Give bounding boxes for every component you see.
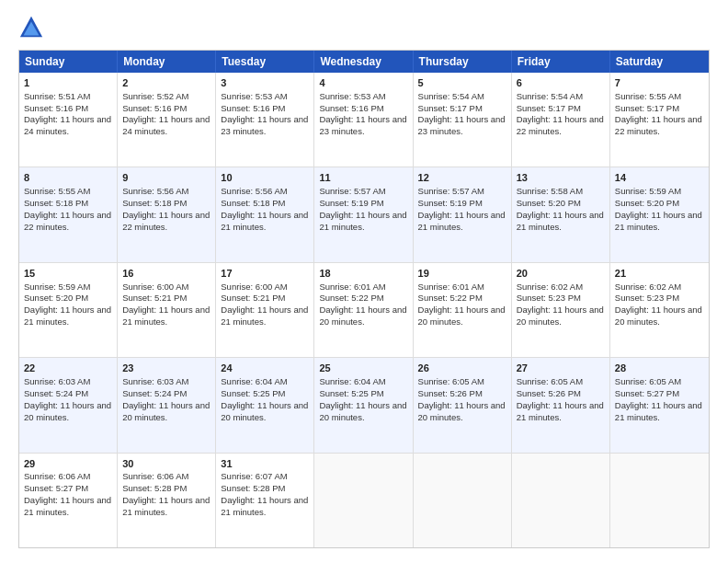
daylight-text: Daylight: 11 hours and 21 minutes.: [221, 304, 308, 327]
sunset-text: Sunset: 5:23 PM: [517, 293, 581, 303]
calendar-cell: 24Sunrise: 6:04 AMSunset: 5:25 PMDayligh…: [216, 358, 314, 452]
calendar-cell: 30Sunrise: 6:06 AMSunset: 5:28 PMDayligh…: [118, 454, 216, 547]
calendar-row: 1Sunrise: 5:51 AMSunset: 5:16 PMDaylight…: [19, 73, 709, 167]
calendar: SundayMondayTuesdayWednesdayThursdayFrid…: [18, 50, 710, 548]
daylight-text: Daylight: 11 hours and 20 minutes.: [24, 400, 111, 422]
calendar-cell: 13Sunrise: 5:58 AMSunset: 5:20 PMDayligh…: [512, 167, 610, 261]
sunrise-text: Sunrise: 6:01 AM: [319, 282, 385, 292]
daylight-text: Daylight: 11 hours and 21 minutes.: [319, 210, 406, 232]
calendar-cell: 22Sunrise: 6:03 AMSunset: 5:24 PMDayligh…: [19, 358, 118, 452]
calendar-row: 22Sunrise: 6:03 AMSunset: 5:24 PMDayligh…: [19, 358, 709, 453]
daylight-text: Daylight: 11 hours and 22 minutes.: [615, 114, 702, 136]
sunset-text: Sunset: 5:22 PM: [418, 293, 483, 303]
day-number: 8: [24, 171, 112, 185]
sunrise-text: Sunrise: 6:00 AM: [221, 282, 287, 292]
calendar-cell: 6Sunrise: 5:54 AMSunset: 5:17 PMDaylight…: [512, 73, 610, 167]
sunrise-text: Sunrise: 6:07 AM: [221, 471, 287, 481]
day-number: 30: [122, 457, 210, 471]
daylight-text: Daylight: 11 hours and 23 minutes.: [418, 114, 506, 136]
sunrise-text: Sunrise: 6:04 AM: [221, 376, 287, 386]
calendar-cell: 2Sunrise: 5:52 AMSunset: 5:16 PMDaylight…: [118, 73, 216, 167]
header: [18, 15, 710, 40]
calendar-cell: 19Sunrise: 6:01 AMSunset: 5:22 PMDayligh…: [414, 263, 512, 357]
calendar-cell: 17Sunrise: 6:00 AMSunset: 5:21 PMDayligh…: [216, 263, 314, 357]
sunrise-text: Sunrise: 5:53 AM: [319, 91, 385, 101]
day-number: 9: [122, 171, 210, 185]
sunrise-text: Sunrise: 5:57 AM: [418, 186, 484, 196]
calendar-cell: 10Sunrise: 5:56 AMSunset: 5:18 PMDayligh…: [216, 167, 314, 261]
calendar-row: 8Sunrise: 5:55 AMSunset: 5:18 PMDaylight…: [19, 167, 709, 262]
daylight-text: Daylight: 11 hours and 21 minutes.: [517, 210, 604, 232]
calendar-body: 1Sunrise: 5:51 AMSunset: 5:16 PMDaylight…: [19, 73, 709, 547]
sunrise-text: Sunrise: 6:03 AM: [122, 376, 188, 386]
day-number: 2: [122, 76, 210, 90]
day-number: 11: [319, 171, 407, 185]
sunset-text: Sunset: 5:27 PM: [615, 388, 679, 398]
day-number: 22: [24, 362, 112, 375]
sunrise-text: Sunrise: 6:00 AM: [122, 282, 188, 292]
day-number: 12: [418, 171, 506, 185]
cal-header-cell: Wednesday: [314, 51, 413, 73]
sunrise-text: Sunrise: 6:05 AM: [418, 376, 484, 386]
sunset-text: Sunset: 5:24 PM: [24, 388, 88, 398]
sunrise-text: Sunrise: 5:59 AM: [24, 282, 90, 292]
daylight-text: Daylight: 11 hours and 21 minutes.: [122, 304, 210, 327]
day-number: 25: [319, 362, 407, 375]
daylight-text: Daylight: 11 hours and 20 minutes.: [319, 400, 406, 422]
daylight-text: Daylight: 11 hours and 23 minutes.: [221, 114, 308, 136]
daylight-text: Daylight: 11 hours and 20 minutes.: [122, 400, 210, 422]
sunrise-text: Sunrise: 6:02 AM: [615, 282, 681, 292]
day-number: 27: [517, 362, 605, 375]
daylight-text: Daylight: 11 hours and 21 minutes.: [24, 304, 111, 327]
day-number: 29: [24, 457, 112, 471]
sunrise-text: Sunrise: 5:54 AM: [517, 91, 583, 101]
calendar-row: 29Sunrise: 6:06 AMSunset: 5:27 PMDayligh…: [19, 454, 709, 547]
sunset-text: Sunset: 5:21 PM: [122, 293, 187, 303]
day-number: 5: [418, 76, 506, 90]
sunrise-text: Sunrise: 5:58 AM: [517, 186, 583, 196]
day-number: 3: [221, 76, 309, 90]
sunrise-text: Sunrise: 6:06 AM: [24, 471, 90, 481]
cal-header-cell: Tuesday: [216, 51, 314, 73]
day-number: 14: [615, 171, 704, 185]
daylight-text: Daylight: 11 hours and 24 minutes.: [24, 114, 111, 136]
calendar-cell: 12Sunrise: 5:57 AMSunset: 5:19 PMDayligh…: [414, 167, 512, 261]
sunrise-text: Sunrise: 6:06 AM: [122, 471, 188, 481]
logo-icon: [18, 15, 44, 40]
sunset-text: Sunset: 5:19 PM: [418, 198, 483, 208]
sunrise-text: Sunrise: 5:56 AM: [122, 186, 188, 196]
cal-header-cell: Saturday: [610, 51, 709, 73]
sunset-text: Sunset: 5:22 PM: [319, 293, 383, 303]
daylight-text: Daylight: 11 hours and 24 minutes.: [122, 114, 210, 136]
cal-header-cell: Monday: [118, 51, 216, 73]
sunset-text: Sunset: 5:28 PM: [122, 483, 187, 493]
day-number: 6: [517, 76, 605, 90]
calendar-header: SundayMondayTuesdayWednesdayThursdayFrid…: [19, 51, 709, 73]
calendar-cell: 15Sunrise: 5:59 AMSunset: 5:20 PMDayligh…: [19, 263, 118, 357]
sunset-text: Sunset: 5:16 PM: [24, 103, 88, 113]
daylight-text: Daylight: 11 hours and 21 minutes.: [615, 400, 702, 422]
daylight-text: Daylight: 11 hours and 20 minutes.: [517, 304, 604, 327]
daylight-text: Daylight: 11 hours and 21 minutes.: [24, 495, 111, 517]
daylight-text: Daylight: 11 hours and 22 minutes.: [122, 210, 210, 232]
calendar-cell: 3Sunrise: 5:53 AMSunset: 5:16 PMDaylight…: [216, 73, 314, 167]
calendar-cell: 23Sunrise: 6:03 AMSunset: 5:24 PMDayligh…: [118, 358, 216, 452]
day-number: 19: [418, 267, 506, 281]
calendar-cell: 31Sunrise: 6:07 AMSunset: 5:28 PMDayligh…: [216, 454, 314, 547]
sunrise-text: Sunrise: 5:53 AM: [221, 91, 287, 101]
calendar-cell: 4Sunrise: 5:53 AMSunset: 5:16 PMDaylight…: [314, 73, 413, 167]
sunrise-text: Sunrise: 5:57 AM: [319, 186, 385, 196]
sunset-text: Sunset: 5:16 PM: [319, 103, 383, 113]
calendar-cell: 7Sunrise: 5:55 AMSunset: 5:17 PMDaylight…: [610, 73, 709, 167]
daylight-text: Daylight: 11 hours and 21 minutes.: [615, 210, 702, 232]
sunset-text: Sunset: 5:25 PM: [221, 388, 285, 398]
sunset-text: Sunset: 5:25 PM: [319, 388, 383, 398]
sunset-text: Sunset: 5:20 PM: [615, 198, 679, 208]
sunrise-text: Sunrise: 5:55 AM: [615, 91, 681, 101]
sunset-text: Sunset: 5:16 PM: [221, 103, 285, 113]
sunset-text: Sunset: 5:21 PM: [221, 293, 285, 303]
sunset-text: Sunset: 5:26 PM: [418, 388, 483, 398]
calendar-cell: 21Sunrise: 6:02 AMSunset: 5:23 PMDayligh…: [610, 263, 709, 357]
day-number: 21: [615, 267, 704, 281]
sunrise-text: Sunrise: 6:05 AM: [615, 376, 681, 386]
